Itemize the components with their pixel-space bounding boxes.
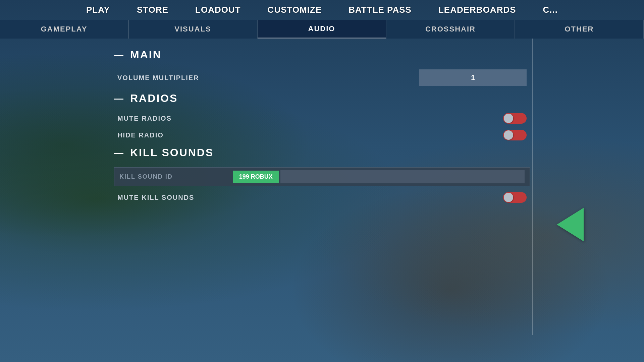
nav-loadout[interactable]: LOADOUT	[192, 3, 244, 17]
kill-sound-id-row: KILL SOUND ID 199 ROBUX	[114, 167, 530, 186]
mute-kill-sounds-label: MUTE KILL SOUNDS	[117, 194, 194, 201]
settings-content: — MAIN VOLUME MULTIPLIER 1 — RADIOS MUTE…	[114, 39, 530, 212]
top-navigation: PLAY STORE LOADOUT CUSTOMIZE BATTLE PASS…	[0, 0, 644, 20]
hide-radio-toggle[interactable]	[503, 130, 527, 140]
nav-store[interactable]: STORE	[133, 3, 172, 17]
main-dash: —	[114, 50, 123, 60]
hide-radio-knob	[504, 130, 513, 140]
main-section-title: MAIN	[130, 49, 162, 61]
volume-multiplier-label: VOLUME MULTIPLIER	[117, 74, 199, 82]
radios-section-header: — RADIOS	[114, 92, 530, 105]
nav-customize[interactable]: CUSTOMIZE	[264, 3, 325, 17]
hide-radio-label: HIDE RADIO	[117, 131, 164, 139]
tab-gameplay[interactable]: GAMEPLAY	[0, 20, 129, 39]
kill-sounds-section-header: — KILL SOUNDS	[114, 146, 530, 159]
hide-radio-row: HIDE RADIO	[114, 130, 530, 140]
kill-sounds-dash: —	[114, 147, 123, 158]
tab-audio[interactable]: AUDIO	[258, 20, 386, 39]
nav-play[interactable]: PLAY	[83, 3, 113, 17]
green-arrow-indicator	[557, 208, 584, 241]
main-section-header: — MAIN	[114, 49, 530, 61]
mute-radios-knob	[504, 114, 513, 123]
mute-kill-sounds-knob	[504, 193, 513, 202]
radios-dash: —	[114, 93, 123, 104]
tabs-row: GAMEPLAY VISUALS AUDIO CROSSHAIR OTHER	[0, 20, 644, 39]
kill-sound-value-input[interactable]	[280, 170, 525, 183]
nav-leaderboards[interactable]: LEADERBOARDS	[435, 3, 520, 17]
content-area: — MAIN VOLUME MULTIPLIER 1 — RADIOS MUTE…	[114, 39, 530, 335]
tab-other[interactable]: OTHER	[515, 20, 644, 39]
volume-multiplier-input[interactable]: 1	[419, 69, 527, 86]
kill-sound-id-label: KILL SOUND ID	[119, 173, 173, 180]
kill-sounds-section-title: KILL SOUNDS	[130, 146, 214, 159]
mute-radios-label: MUTE RADIOS	[117, 115, 172, 122]
mute-radios-toggle[interactable]	[503, 113, 527, 124]
nav-more[interactable]: C...	[540, 3, 561, 17]
robux-button[interactable]: 199 ROBUX	[233, 171, 279, 183]
mute-kill-sounds-row: MUTE KILL SOUNDS	[114, 192, 530, 203]
mute-radios-row: MUTE RADIOS	[114, 113, 530, 124]
radios-section-title: RADIOS	[130, 92, 178, 105]
tab-visuals[interactable]: VISUALS	[129, 20, 258, 39]
tab-crosshair[interactable]: CROSSHAIR	[386, 20, 515, 39]
arrow-shape	[557, 208, 584, 241]
mute-kill-sounds-toggle[interactable]	[503, 192, 527, 203]
volume-multiplier-row: VOLUME MULTIPLIER 1	[114, 69, 530, 86]
nav-battle-pass[interactable]: BATTLE PASS	[345, 3, 415, 17]
right-divider	[532, 39, 533, 335]
